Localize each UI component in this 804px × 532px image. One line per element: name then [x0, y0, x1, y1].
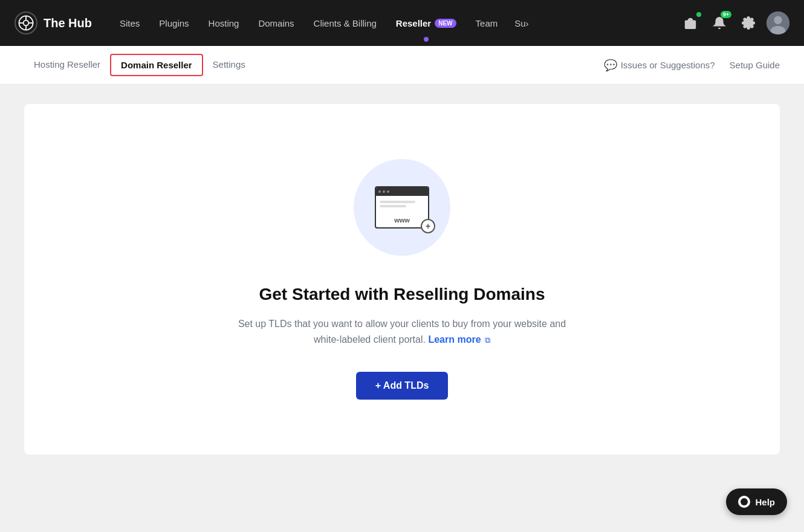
browser-titlebar — [376, 187, 428, 196]
nav-items: Sites Plugins Hosting Domains Clients & … — [111, 13, 679, 33]
subnav-hosting-reseller[interactable]: Hosting Reseller — [24, 47, 110, 83]
brand-title: The Hub — [44, 16, 92, 30]
help-button[interactable]: Help — [726, 488, 787, 515]
nav-more[interactable]: Su› — [508, 13, 534, 33]
new-badge: NEW — [435, 19, 456, 28]
setup-guide-label: Setup Guide — [730, 60, 780, 70]
desc-part2: white-labeled client portal. — [314, 334, 426, 345]
content-card: www + Get Started with Reselling Domains… — [24, 104, 780, 455]
subnav-settings[interactable]: Settings — [203, 47, 255, 83]
nav-right: 9+ — [679, 11, 789, 34]
help-bubble-inner — [741, 498, 748, 505]
nav-item-clients-billing[interactable]: Clients & Billing — [305, 13, 385, 33]
brand-logo — [15, 11, 37, 34]
settings-icon-btn[interactable] — [738, 12, 759, 34]
brand[interactable]: The Hub — [15, 11, 92, 34]
add-tlds-button[interactable]: + Add TLDs — [356, 372, 449, 400]
svg-point-9 — [774, 16, 782, 24]
nav-item-reseller[interactable]: Reseller NEW — [387, 13, 465, 33]
nav-item-hosting[interactable]: Hosting — [200, 13, 248, 33]
browser-line-2 — [380, 205, 406, 207]
gift-dot — [696, 12, 701, 17]
notif-badge: 9+ — [721, 11, 731, 18]
nav-item-domains[interactable]: Domains — [250, 13, 302, 33]
browser-body — [376, 196, 428, 212]
nav-item-sites[interactable]: Sites — [111, 13, 148, 33]
nav-item-team[interactable]: Team — [467, 13, 507, 33]
help-bubble-icon — [738, 496, 750, 508]
content-description: Set up TLDs that you want to allow your … — [238, 316, 566, 347]
reseller-dot — [424, 37, 429, 42]
issues-suggestions-label: Issues or Suggestions? — [621, 60, 715, 70]
main-content: www + Get Started with Reselling Domains… — [0, 85, 804, 474]
domain-illustration: www + — [354, 159, 450, 256]
setup-guide-link[interactable]: Setup Guide — [730, 60, 780, 70]
subnav-right: 💬 Issues or Suggestions? Setup Guide — [604, 59, 780, 72]
subnav-left: Hosting Reseller Domain Reseller Setting… — [24, 47, 604, 83]
desc-part1: Set up TLDs that you want to allow your … — [238, 319, 566, 329]
chat-icon: 💬 — [604, 59, 617, 72]
reseller-label: Reseller — [396, 18, 431, 28]
external-link-icon: ⧉ — [485, 334, 490, 347]
user-avatar[interactable] — [767, 11, 789, 34]
domain-icon-inner: www + — [375, 186, 429, 229]
plus-circle-icon: + — [421, 219, 435, 233]
browser-dot-1 — [378, 190, 381, 193]
issues-suggestions-link[interactable]: 💬 Issues or Suggestions? — [604, 59, 715, 72]
notifications-icon-btn[interactable]: 9+ — [708, 12, 730, 34]
gift-icon-btn[interactable] — [679, 12, 701, 34]
svg-point-1 — [24, 21, 29, 26]
nav-item-plugins[interactable]: Plugins — [151, 13, 197, 33]
browser-dot-2 — [383, 190, 385, 193]
browser-line-1 — [380, 201, 415, 203]
www-text: www — [394, 216, 410, 224]
content-heading: Get Started with Reselling Domains — [259, 285, 545, 304]
subnav: Hosting Reseller Domain Reseller Setting… — [0, 46, 804, 85]
browser-dot-3 — [387, 190, 389, 193]
help-label: Help — [755, 497, 775, 507]
learn-more-link[interactable]: Learn more — [428, 334, 481, 345]
subnav-domain-reseller[interactable]: Domain Reseller — [110, 54, 203, 76]
navbar: The Hub Sites Plugins Hosting Domains Cl… — [0, 0, 804, 46]
